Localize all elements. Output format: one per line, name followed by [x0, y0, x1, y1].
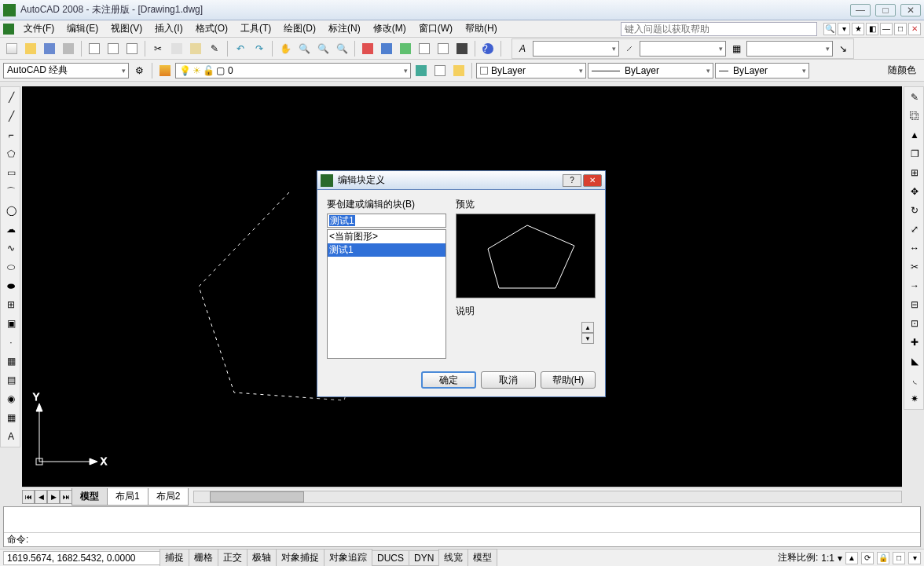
tab-next-button[interactable]: ▶ [47, 490, 60, 504]
fillet-button[interactable]: ◟ [906, 371, 923, 389]
status-snap[interactable]: 捕捉 [160, 549, 189, 566]
maximize-button[interactable]: □ [875, 4, 896, 16]
star-icon[interactable]: ★ [852, 23, 864, 35]
explode-button[interactable]: ✷ [906, 390, 923, 407]
save-button[interactable] [41, 40, 58, 57]
doc-max-icon[interactable]: □ [894, 23, 907, 35]
desc-scroll-up[interactable]: ▲ [581, 322, 594, 333]
table-style-icon[interactable]: ▦ [728, 40, 745, 57]
linetype-combo[interactable]: ———ByLayer [588, 63, 713, 79]
new-button[interactable] [3, 40, 20, 57]
pan-button[interactable]: ✋ [277, 40, 294, 57]
sheet-set-button[interactable] [416, 40, 433, 57]
tablestyle-combo[interactable] [746, 41, 833, 57]
erase-button[interactable]: ✎ [906, 89, 923, 106]
status-otrack[interactable]: 对象追踪 [324, 549, 372, 566]
tab-model[interactable]: 模型 [72, 488, 108, 506]
undo-button[interactable]: ↶ [232, 40, 249, 57]
array-button[interactable]: ⊞ [906, 164, 923, 181]
tab-first-button[interactable]: ⏮ [22, 490, 35, 504]
menu-dimension[interactable]: 标注(N) [322, 20, 367, 37]
layer-state-button[interactable] [431, 62, 449, 79]
match-button[interactable]: ✎ [206, 40, 223, 57]
layer-prev-button[interactable] [412, 62, 430, 79]
revcloud-button[interactable]: ☁ [2, 221, 20, 238]
scale-button[interactable]: ⤢ [906, 221, 923, 238]
workspace-settings-button[interactable]: ⚙ [130, 62, 148, 79]
menu-edit[interactable]: 编辑(E) [60, 20, 104, 37]
arc-button[interactable]: ⌒ [2, 183, 20, 200]
mirror-button[interactable]: ▲ [906, 126, 923, 144]
copy2-button[interactable]: ⿻ [906, 108, 923, 125]
dim-style-icon[interactable]: ⟋ [621, 40, 638, 57]
insert-button[interactable]: ⊞ [2, 296, 20, 313]
menu-draw[interactable]: 绘图(D) [277, 20, 322, 37]
stretch-button[interactable]: ↔ [906, 239, 923, 257]
block-list-item-test1[interactable]: 测试1 [328, 243, 446, 257]
copy-button[interactable] [168, 40, 185, 57]
layer-prop-button[interactable] [156, 62, 174, 79]
dialog-close-button[interactable]: ✕ [583, 174, 602, 187]
help-button[interactable]: ? [479, 40, 497, 57]
close-button[interactable]: ✕ [900, 4, 921, 16]
tab-prev-button[interactable]: ◀ [35, 490, 47, 504]
layer-iso-button[interactable] [450, 62, 468, 79]
scale-dropdown-icon[interactable]: ▾ [838, 553, 842, 564]
join-button[interactable]: ✚ [906, 334, 923, 351]
move-button[interactable]: ✥ [906, 183, 923, 200]
command-input[interactable]: 命令: [4, 532, 920, 546]
status-ortho[interactable]: 正交 [218, 549, 248, 566]
menu-window[interactable]: 窗口(W) [412, 20, 459, 37]
spline-button[interactable]: ∿ [2, 239, 20, 257]
table-button[interactable]: ▦ [2, 409, 20, 426]
status-max-icon[interactable]: □ [893, 552, 905, 564]
desc-scroll-down[interactable]: ▼ [581, 333, 594, 344]
menu-format[interactable]: 格式(O) [189, 20, 234, 37]
status-grid[interactable]: 栅格 [189, 549, 218, 566]
sheet-button[interactable] [123, 40, 141, 57]
anno-auto-icon[interactable]: ⟳ [861, 552, 874, 564]
dimstyle-combo[interactable] [640, 41, 726, 57]
menu-tools[interactable]: 工具(T) [234, 20, 277, 37]
rectangle-button[interactable]: ▭ [2, 164, 20, 181]
workspace-combo[interactable]: AutoCAD 经典 [3, 63, 129, 79]
polygon-button[interactable]: ⬠ [2, 145, 20, 162]
ellipse-arc-button[interactable]: ⬬ [2, 277, 20, 294]
textstyle-icon[interactable]: A [514, 40, 531, 57]
zoom-rt-button[interactable]: 🔍 [295, 40, 313, 57]
textstyle-combo[interactable] [533, 41, 619, 57]
dc-button[interactable] [378, 40, 395, 57]
menu-file[interactable]: 文件(F) [17, 20, 60, 37]
zoom-prev-button[interactable]: 🔍 [314, 40, 332, 57]
tab-layout1[interactable]: 布局1 [107, 488, 148, 506]
pline-button[interactable]: ⌐ [2, 126, 20, 144]
menu-help[interactable]: 帮助(H) [459, 20, 504, 37]
block-list[interactable]: <当前图形> 测试1 [327, 229, 446, 359]
menu-modify[interactable]: 修改(M) [367, 20, 412, 37]
props-button[interactable] [359, 40, 376, 57]
chamfer-button[interactable]: ◣ [906, 352, 923, 370]
block-button[interactable]: ▣ [2, 315, 20, 332]
block-name-input[interactable]: 测试1 [327, 214, 446, 228]
ellipse-button[interactable]: ⬭ [2, 258, 20, 276]
tab-layout2[interactable]: 布局2 [148, 488, 189, 506]
line-button[interactable]: ╱ [2, 89, 20, 106]
help-search-input[interactable] [621, 22, 817, 36]
status-tray-icon[interactable]: ▾ [908, 552, 921, 564]
block-list-item-current[interactable]: <当前图形> [328, 230, 446, 243]
status-lock-icon[interactable]: 🔒 [877, 552, 889, 564]
dialog-help-button[interactable]: 帮助(H) [541, 371, 596, 389]
cancel-button[interactable]: 取消 [481, 371, 536, 389]
menu-view[interactable]: 视图(V) [104, 20, 148, 37]
search-icon[interactable]: 🔍 [823, 23, 836, 35]
tool-palette-button[interactable] [397, 40, 414, 57]
open-button[interactable] [22, 40, 39, 57]
zoom-win-button[interactable]: 🔍 [333, 40, 350, 57]
calc-button[interactable] [453, 40, 471, 57]
break2-button[interactable]: ⊡ [906, 315, 923, 332]
minimize-button[interactable]: — [850, 4, 871, 16]
gradient-button[interactable]: ▤ [2, 371, 20, 389]
lineweight-combo[interactable]: —ByLayer [715, 63, 809, 79]
ok-button[interactable]: 确定 [421, 371, 476, 389]
print-button[interactable] [60, 40, 77, 57]
